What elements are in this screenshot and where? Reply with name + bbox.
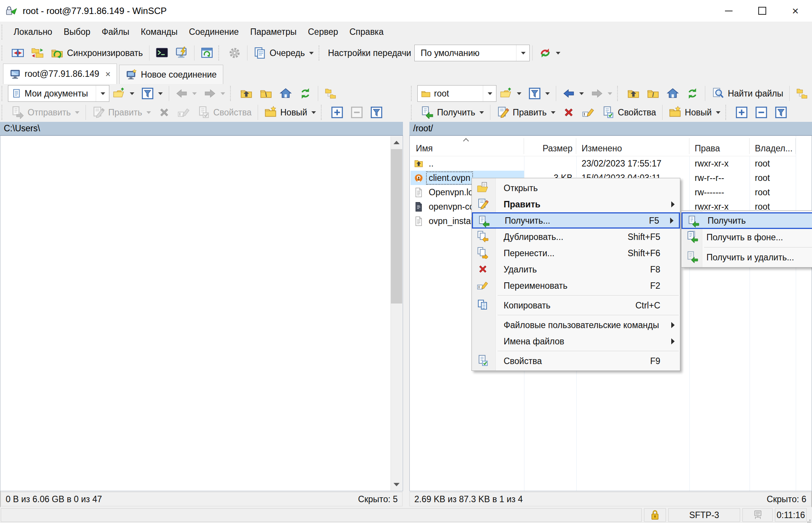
menu-2[interactable]: Файлы (96, 22, 135, 42)
open-directory-button[interactable] (496, 85, 525, 102)
toolbar-grip[interactable] (2, 45, 5, 61)
select-remove-button[interactable] (751, 104, 771, 121)
column-resize-handle[interactable] (795, 138, 796, 154)
remote-path-bar[interactable]: /root/ (409, 122, 812, 135)
maximize-button[interactable] (745, 0, 779, 22)
menu-5[interactable]: Параметры (244, 22, 302, 42)
chevron-down-icon[interactable] (483, 86, 496, 101)
submenu-get-background[interactable]: Получить в фоне... (681, 229, 812, 246)
transfer-preset-combobox[interactable]: По умолчанию (414, 45, 530, 61)
home-directory-button[interactable] (276, 85, 296, 102)
queue-button[interactable]: Очередь (250, 44, 317, 62)
chevron-down-icon[interactable] (130, 92, 134, 95)
back-button[interactable] (172, 85, 200, 102)
home-directory-button[interactable] (663, 85, 683, 102)
select-remove-button[interactable] (347, 104, 367, 121)
parent-directory-button[interactable] (236, 85, 256, 102)
column-header-1[interactable]: Размер (524, 136, 576, 156)
properties-button[interactable]: Свойства (194, 104, 255, 121)
open-terminal-button[interactable] (152, 44, 172, 62)
properties-button[interactable]: Свойства (598, 104, 660, 121)
column-header-4[interactable]: Владел... (750, 136, 796, 156)
chevron-down-icon[interactable] (96, 86, 109, 101)
rename-button[interactable] (174, 104, 194, 121)
rename-button[interactable] (579, 104, 598, 121)
chevron-down-icon[interactable] (309, 52, 314, 54)
toolbar-grip[interactable] (218, 45, 221, 61)
toolbar-grip[interactable] (2, 105, 5, 120)
swap-panels-button[interactable] (8, 44, 28, 62)
column-header-0[interactable]: Имя (411, 136, 524, 156)
chevron-down-icon[interactable] (579, 92, 584, 95)
menu-properties[interactable]: СвойстваF9 (472, 353, 680, 369)
scroll-up-icon[interactable] (391, 136, 402, 148)
menu-open[interactable]: Открыть (472, 180, 680, 196)
selection-filter-button[interactable] (771, 104, 791, 121)
filter-button[interactable] (138, 85, 166, 102)
edit-button[interactable]: Править (89, 104, 154, 121)
session-tab-0[interactable]: root@77.91.86.149× (3, 64, 117, 84)
back-button[interactable] (559, 85, 587, 102)
menu-edit[interactable]: Править (472, 196, 680, 212)
chevron-down-icon[interactable] (75, 111, 79, 114)
local-hidden-count[interactable]: Скрыто: 5 (358, 494, 398, 504)
forward-button[interactable] (587, 85, 616, 102)
open-directory-button[interactable] (109, 85, 138, 102)
parent-directory-button[interactable] (624, 85, 643, 102)
root-directory-button[interactable]: \ (256, 85, 276, 102)
column-header-3[interactable]: Права (689, 136, 750, 156)
menu-move[interactable]: Перенести...Shift+F6 (472, 245, 680, 261)
chevron-down-icon[interactable] (479, 111, 484, 114)
transfer-sync-button[interactable] (535, 44, 564, 62)
chevron-down-icon[interactable] (192, 92, 197, 95)
menu-3[interactable]: Команды (135, 22, 183, 42)
toolbar-grip[interactable] (411, 105, 414, 120)
column-header-2[interactable]: Изменено (576, 136, 689, 156)
scrollbar-thumb[interactable] (391, 149, 402, 304)
forward-button[interactable] (200, 85, 229, 102)
menu-custom-commands[interactable]: Файловые пользовательские команды (472, 317, 680, 333)
edit-button[interactable]: Править (493, 104, 559, 121)
toolbar-grip[interactable] (725, 105, 728, 120)
menu-7[interactable]: Справка (344, 22, 389, 42)
chevron-down-icon[interactable] (551, 111, 555, 114)
protocol-status-cell[interactable]: SFTP-3 (668, 508, 740, 522)
scroll-down-icon[interactable] (391, 478, 402, 490)
submenu-get[interactable]: Получить (681, 212, 812, 229)
menu-duplicate[interactable]: Дублировать...Shift+F5 (472, 229, 680, 245)
submenu-get-delete[interactable]: Получить и удалить... (681, 249, 812, 266)
synchronize-button[interactable]: Синхронизировать (47, 44, 146, 62)
toolbar-grip[interactable] (321, 105, 324, 120)
copy-path-button[interactable] (321, 85, 341, 102)
chevron-down-icon[interactable] (516, 45, 529, 61)
toolbar-grip[interactable] (411, 86, 414, 101)
toolbar-grip[interactable] (2, 86, 5, 101)
menu-6[interactable]: Сервер (302, 22, 344, 42)
local-file-panel[interactable] (0, 135, 403, 491)
chevron-down-icon[interactable] (517, 92, 521, 95)
session-time-cell[interactable]: 0:11:16 (775, 508, 807, 522)
close-button[interactable]: × (779, 0, 812, 22)
selection-filter-button[interactable] (367, 104, 386, 121)
chevron-down-icon[interactable] (146, 111, 151, 114)
toolbar-grip[interactable] (319, 45, 322, 61)
refresh-button[interactable] (683, 85, 702, 102)
minimize-button[interactable] (712, 0, 745, 22)
refresh-button[interactable] (296, 85, 315, 102)
local-directory-combobox[interactable]: Мои документы (8, 85, 109, 102)
encryption-status-cell[interactable] (644, 508, 666, 522)
resize-grip-icon[interactable] (806, 517, 811, 522)
delete-button[interactable] (559, 104, 579, 121)
scrollbar[interactable] (390, 136, 402, 490)
toolbar-grip[interactable] (2, 25, 5, 40)
menu-delete[interactable]: УдалитьF8 (472, 261, 680, 277)
remote-directory-combobox[interactable]: root (417, 85, 496, 102)
open-putty-button[interactable] (172, 44, 191, 62)
close-tab-icon[interactable]: × (105, 69, 110, 79)
menu-get[interactable]: Получить...F5 (472, 212, 680, 229)
delete-button[interactable] (154, 104, 174, 121)
chevron-down-icon[interactable] (716, 111, 720, 114)
new-button[interactable]: Новый (261, 104, 319, 121)
send-button[interactable]: Отправить (8, 104, 83, 121)
chevron-down-icon[interactable] (545, 92, 550, 95)
